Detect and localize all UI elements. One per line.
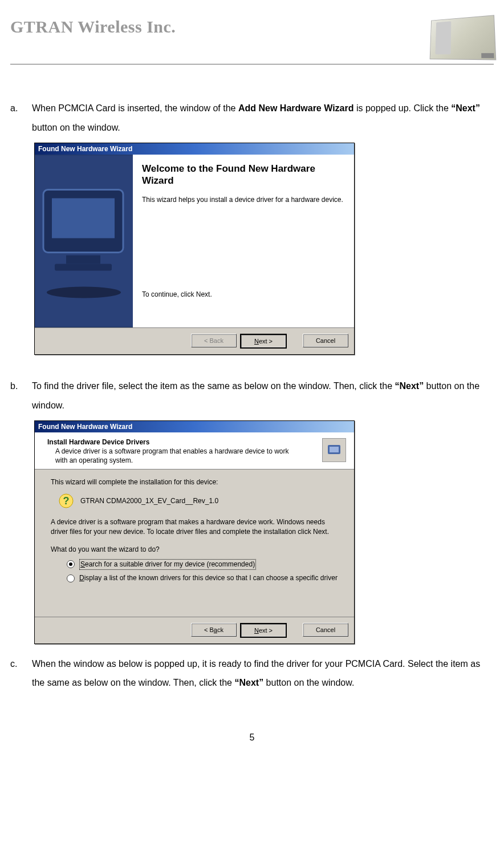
step-a: a. When PCMCIA Card is inserted, the win…: [10, 99, 494, 137]
next-button[interactable]: Next >: [240, 334, 287, 349]
dialog2-question: What do you want the wizard to do?: [51, 545, 343, 554]
radio-icon: [67, 574, 75, 582]
back-button[interactable]: < Back: [191, 334, 237, 347]
dialog2-button-row: < Baackck Next > Cancel: [35, 617, 354, 643]
dialog1-line1: This wizard helps you install a device d…: [142, 195, 344, 204]
dialog1-button-row: < Back Next > Cancel: [35, 327, 354, 354]
wizard-header-icon: [322, 438, 346, 462]
cancel-button[interactable]: Cancel: [303, 623, 348, 637]
dialog1-titlebar: Found New Hardware Wizard: [35, 143, 354, 155]
svg-rect-4: [55, 264, 112, 271]
step-c-text: When the window as below is popped up, i…: [32, 654, 494, 693]
radio-search-driver[interactable]: Search for a suitable driver for my devi…: [67, 559, 343, 570]
wizard-dialog-1: Found New Hardware Wizard Welcome to the…: [34, 143, 355, 355]
step-marker: a.: [10, 99, 32, 137]
dialog2-header-strip: Install Hardware Device Drivers A device…: [35, 432, 354, 469]
svg-rect-2: [52, 199, 115, 238]
page-header: GTRAN Wireless Inc.: [10, 17, 494, 64]
cancel-button[interactable]: Cancel: [303, 334, 348, 347]
svg-point-5: [47, 287, 121, 298]
pcmcia-card-illustration: [430, 15, 497, 60]
dialog1-continue: To continue, click Next.: [142, 290, 344, 299]
step-c: c. When the window as below is popped up…: [10, 654, 494, 693]
unknown-device-icon: ?: [58, 492, 75, 509]
dialog2-head-title: Install Hardware Device Drivers: [47, 438, 300, 446]
wizard-side-graphic: [35, 155, 133, 327]
dialog2-device-name: GTRAN CDMA2000_1X_EV_Card__Rev_1.0: [80, 496, 218, 506]
dialog2-line1: This wizard will complete the installati…: [51, 477, 343, 487]
dialog1-heading: Welcome to the Found New Hardware Wizard: [142, 163, 344, 187]
step-b-text: To find the driver file, select the item…: [32, 377, 494, 415]
page-number: 5: [10, 732, 494, 743]
step-marker: b.: [10, 377, 32, 415]
dialog2-head-sub: A device driver is a software program th…: [55, 447, 300, 465]
next-button[interactable]: Next >: [240, 623, 287, 638]
radio-display-list[interactable]: Display a list of the known drivers for …: [67, 573, 343, 583]
svg-rect-7: [330, 447, 339, 452]
wizard-dialog-2: Found New Hardware Wizard Install Hardwa…: [34, 420, 355, 643]
dialog2-line2: A device driver is a software program th…: [51, 517, 343, 537]
svg-rect-3: [66, 256, 100, 264]
svg-text:?: ?: [63, 495, 70, 507]
step-b: b. To find the driver file, select the i…: [10, 377, 494, 415]
radio-icon: [67, 560, 75, 568]
company-name: GTRAN Wireless Inc.: [10, 17, 176, 37]
dialog2-titlebar: Found New Hardware Wizard: [35, 421, 354, 432]
step-a-text: When PCMCIA Card is inserted, the window…: [32, 99, 494, 137]
step-marker: c.: [10, 654, 32, 693]
back-button[interactable]: < Baackck: [191, 623, 237, 637]
